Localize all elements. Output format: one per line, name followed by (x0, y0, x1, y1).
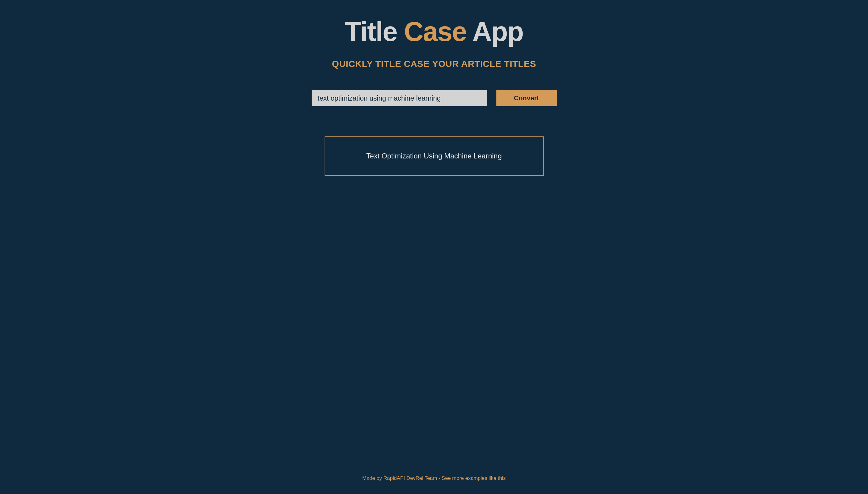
app-subtitle: QUICKLY TITLE CASE YOUR ARTICLE TITLES (332, 59, 536, 69)
footer: Made by RapidAPI DevRel Team - See more … (0, 475, 868, 481)
app-title: Title Case App (332, 18, 536, 45)
title-part-1: Title (345, 17, 404, 47)
header: Title Case App QUICKLY TITLE CASE YOUR A… (332, 18, 536, 69)
title-accent: Case (404, 17, 466, 47)
input-row: Convert (312, 90, 557, 106)
result-box: Text Optimization Using Machine Learning (325, 136, 544, 176)
title-input[interactable] (312, 90, 487, 106)
convert-button[interactable]: Convert (496, 90, 557, 106)
result-text: Text Optimization Using Machine Learning (331, 152, 537, 160)
title-part-2: App (466, 17, 523, 47)
footer-text: Made by RapidAPI DevRel Team - See more … (362, 475, 506, 481)
